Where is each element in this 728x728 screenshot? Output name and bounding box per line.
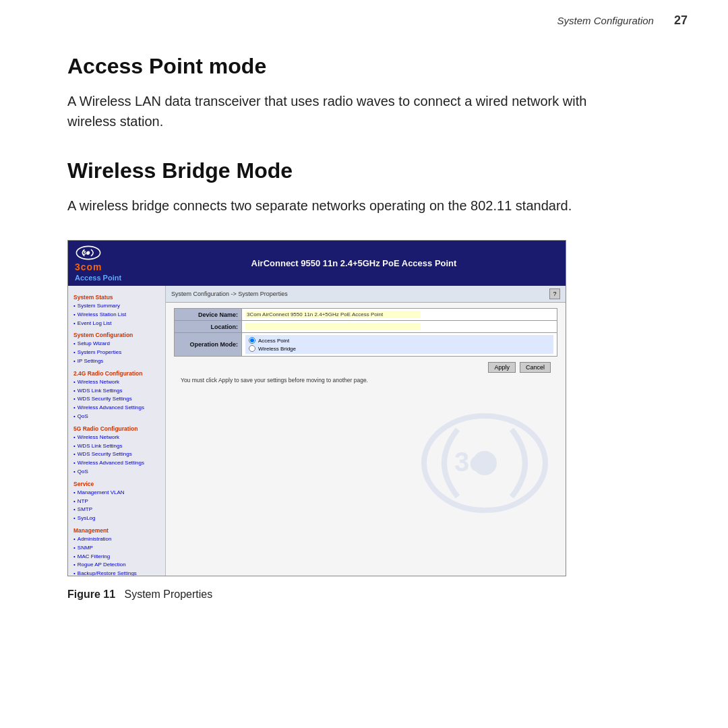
figure-label: Figure 11 (67, 588, 115, 600)
breadcrumb: System Configuration -> System Propertie… (171, 291, 288, 297)
wireless-bridge-mode-title: Wireless Bridge Mode (67, 158, 688, 183)
wireless-bridge-radio-label[interactable]: Wireless Bridge (249, 345, 550, 352)
svg-text:3c: 3c (454, 447, 485, 477)
ui-screenshot: 3c 3com Access Point AirConnect 9550 11n… (67, 240, 566, 576)
operation-mode-value-cell: Access Point Wireless Bridge (242, 333, 557, 357)
screenshot-body: System Status •System Summary •Wireless … (68, 286, 566, 576)
access-point-radio-text: Access Point (258, 338, 289, 344)
logo-text: 3com (75, 262, 102, 272)
figure-number: 11 (103, 588, 115, 600)
sidebar-item-backup-restore[interactable]: •Backup/Restore Settings (73, 570, 160, 576)
sidebar-system-config-label: System Configuration (73, 332, 160, 338)
form-area: Device Name: Location: Ope (166, 303, 566, 389)
sidebar-item-24-qos[interactable]: •QoS (73, 413, 160, 421)
location-label: Location: (175, 321, 242, 333)
wireless-bridge-radio[interactable] (249, 345, 255, 352)
wireless-bridge-mode-desc: A wireless bridge connects two separate … (67, 195, 593, 216)
figure-caption-text: System Properties (124, 588, 212, 600)
access-point-radio-label[interactable]: Access Point (249, 337, 550, 344)
page-header: System Configuration 27 (557, 13, 688, 28)
watermark-logo: 3c (417, 409, 552, 517)
sidebar-item-management-vlan[interactable]: •Management VLAN (73, 489, 160, 497)
access-point-radio[interactable] (249, 337, 255, 344)
operation-mode-radio-group: Access Point Wireless Bridge (245, 335, 553, 354)
screenshot-header: 3c 3com Access Point AirConnect 9550 11n… (68, 241, 566, 286)
breadcrumb-bar: System Configuration -> System Propertie… (166, 286, 566, 303)
sidebar-radio-5g-label: 5G Radio Configuration (73, 425, 160, 432)
cancel-button[interactable]: Cancel (520, 362, 551, 373)
sidebar-radio-24-label: 2.4G Radio Configuration (73, 370, 160, 377)
content-area: System Configuration -> System Propertie… (166, 286, 566, 576)
sidebar: System Status •System Summary •Wireless … (68, 286, 166, 576)
sidebar-item-event-log[interactable]: •Event Log List (73, 320, 160, 328)
sidebar-item-24-wds-security[interactable]: •WDS Security Settings (73, 395, 160, 404)
sidebar-item-ntp[interactable]: •NTP (73, 497, 160, 506)
device-name-label: Device Name: (175, 309, 242, 321)
sidebar-item-syslog[interactable]: •SysLog (73, 514, 160, 523)
sidebar-item-24-wireless-advanced[interactable]: •Wireless Advanced Settings (73, 404, 160, 413)
sidebar-item-5g-wireless-advanced[interactable]: •Wireless Advanced Settings (73, 459, 160, 468)
chapter-title: System Configuration (557, 15, 654, 26)
main-content: Access Point mode A Wireless LAN data tr… (67, 54, 688, 601)
sidebar-item-5g-qos[interactable]: •QoS (73, 468, 160, 477)
apply-button[interactable]: Apply (488, 362, 516, 373)
device-name-input[interactable] (245, 311, 421, 318)
sidebar-item-wireless-station-list[interactable]: •Wireless Station List (73, 311, 160, 320)
figure-caption: Figure 11 System Properties (67, 588, 688, 601)
sidebar-item-snmp[interactable]: •SNMP (73, 544, 160, 553)
sidebar-system-status-label: System Status (73, 294, 160, 301)
3com-logo-icon: 3c (75, 245, 102, 261)
operation-mode-label: Operation Mode: (175, 333, 242, 357)
sidebar-item-mac-filtering[interactable]: •MAC Filtering (73, 553, 160, 562)
logo-area: 3c 3com Access Point (75, 245, 142, 282)
svg-text:3c: 3c (82, 249, 90, 256)
page-number: 27 (674, 13, 688, 28)
sidebar-item-rogue-ap[interactable]: •Rogue AP Detection (73, 561, 160, 570)
access-point-mode-title: Access Point mode (67, 54, 688, 79)
sidebar-item-administration[interactable]: •Administration (73, 535, 160, 544)
sidebar-management-label: Management (73, 527, 160, 534)
watermark-container: 3c (166, 389, 566, 524)
location-row: Location: (175, 321, 557, 333)
access-point-label: Access Point (75, 274, 121, 282)
location-value-cell (242, 321, 557, 333)
properties-form: Device Name: Location: Ope (174, 308, 557, 357)
sidebar-item-5g-wireless-network[interactable]: •Wireless Network (73, 433, 160, 442)
sidebar-item-24-wds-link[interactable]: •WDS Link Settings (73, 387, 160, 396)
operation-mode-row: Operation Mode: Access Point (175, 333, 557, 357)
access-point-mode-desc: A Wireless LAN data transceiver that use… (67, 91, 593, 131)
device-name-row: Device Name: (175, 309, 557, 321)
device-name-value-cell (242, 309, 557, 321)
sidebar-item-ip-settings[interactable]: •IP Settings (73, 357, 160, 366)
sidebar-item-setup-wizard[interactable]: •Setup Wizard (73, 340, 160, 348)
notice-text: You must click Apply to save your settin… (174, 377, 557, 384)
action-buttons: Apply Cancel (174, 362, 557, 373)
sidebar-item-5g-wds-security[interactable]: •WDS Security Settings (73, 450, 160, 459)
location-input[interactable] (245, 323, 421, 330)
wireless-bridge-radio-text: Wireless Bridge (258, 346, 296, 352)
sidebar-item-system-properties[interactable]: •System Properties (73, 348, 160, 357)
sidebar-item-5g-wds-link[interactable]: •WDS Link Settings (73, 442, 160, 451)
sidebar-service-label: Service (73, 481, 160, 487)
sidebar-item-system-summary[interactable]: •System Summary (73, 302, 160, 311)
help-button[interactable]: ? (549, 289, 560, 299)
product-title: AirConnect 9550 11n 2.4+5GHz PoE Access … (149, 258, 559, 268)
sidebar-item-24-wireless-network[interactable]: •Wireless Network (73, 378, 160, 387)
sidebar-item-smtp[interactable]: •SMTP (73, 506, 160, 514)
